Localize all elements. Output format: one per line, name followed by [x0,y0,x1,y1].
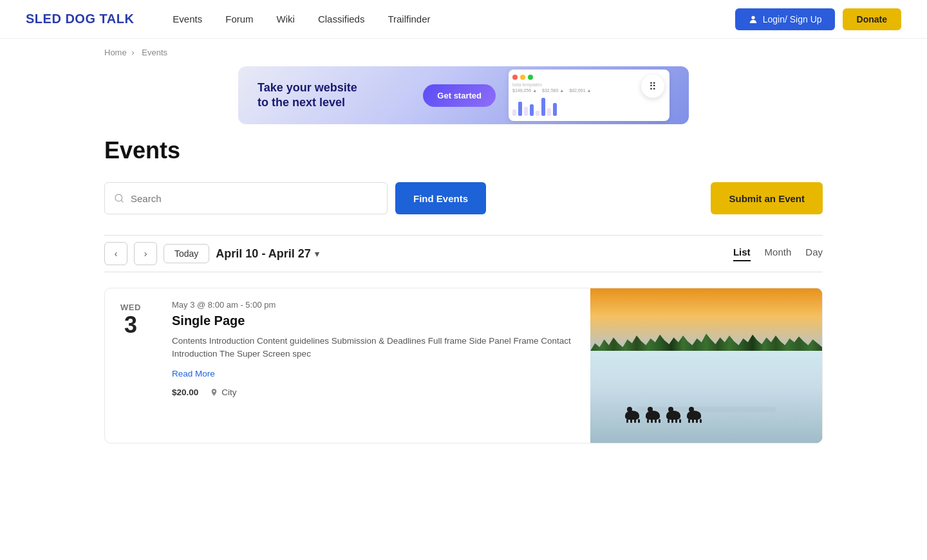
date-range-chevron: ▾ [315,249,319,259]
breadcrumb-current: Events [142,48,167,57]
event-body: May 3 @ 8:00 am - 5:00 pm Single Page Co… [156,288,590,443]
submit-event-button[interactable]: Submit an Event [711,182,823,214]
location-icon [210,388,218,397]
site-logo[interactable]: SLED DOG TALK [26,12,134,26]
calendar-nav: ‹ › Today April 10 - April 27 ▾ List Mon… [104,235,823,272]
donate-button[interactable]: Donate [843,8,901,30]
search-icon [114,193,124,203]
event-image [590,288,822,443]
login-button[interactable]: Login/ Sign Up [735,8,835,30]
tab-month[interactable]: Month [765,247,792,261]
search-row: Find Events Submit an Event [104,182,823,214]
preview-chart [512,97,666,116]
nav-link-trailfinder[interactable]: Trailfinder [388,14,430,24]
user-icon [748,14,758,24]
dog-3 [666,411,680,420]
event-card: WED 3 May 3 @ 8:00 am - 5:00 pm Single P… [104,288,823,443]
banner-cta-button[interactable]: Get started [423,84,496,107]
prev-period-button[interactable]: ‹ [104,242,127,265]
dog-1 [625,411,639,420]
event-price: $20.00 [172,387,198,397]
calendar-view-tabs: List Month Day [733,247,823,261]
read-more-link[interactable]: Read More [172,369,215,378]
page-title: Events [104,137,823,164]
nav-links: Events Forum Wiki Classifieds Trailfinde… [173,14,735,24]
nav-actions: Login/ Sign Up Donate [735,8,901,30]
calendar-nav-left: ‹ › Today April 10 - April 27 ▾ [104,242,319,265]
find-events-button[interactable]: Find Events [395,182,486,214]
promo-banner: Take your website to the next level Get … [238,66,689,124]
navbar: SLED DOG TALK Events Forum Wiki Classifi… [0,0,927,39]
event-city: City [221,387,236,397]
nav-link-events[interactable]: Events [173,14,202,24]
dog-2 [646,411,660,420]
today-button[interactable]: Today [164,244,209,263]
banner-preview-image: beta templates $148,056 ▲$32,580 ▲$82,69… [509,70,670,121]
dog-4 [687,411,701,420]
next-period-button[interactable]: › [134,242,157,265]
events-list: WED 3 May 3 @ 8:00 am - 5:00 pm Single P… [104,288,823,443]
banner-icon: ⠿ [641,75,664,98]
event-description: Contents Introduction Content guidelines… [172,335,575,361]
banner-text: Take your website to the next level [258,80,423,111]
calendar-date-range: April 10 - April 27 ▾ [216,247,319,261]
nav-link-classifieds[interactable]: Classifieds [318,14,365,24]
image-dogs [625,411,701,420]
event-day-number: 3 [124,312,137,338]
event-location: City [210,387,236,397]
breadcrumb: Home › Events [0,39,927,66]
svg-line-2 [121,200,123,202]
event-image-inner [590,288,822,443]
breadcrumb-home[interactable]: Home [104,48,127,57]
nav-link-forum[interactable]: Forum [225,14,253,24]
tab-day[interactable]: Day [805,247,823,261]
event-day-name: WED [120,303,141,312]
tab-list[interactable]: List [733,247,751,261]
search-input-wrap [104,182,388,214]
nav-link-wiki[interactable]: Wiki [277,14,295,24]
main-content: Events Find Events Submit an Event ‹ › T… [0,137,927,443]
breadcrumb-separator: › [131,48,134,57]
event-meta: $20.00 City [172,387,575,397]
event-date-column: WED 3 [105,288,156,443]
banner-text-block: Take your website to the next level [258,80,423,111]
banner-wrapper: Take your website to the next level Get … [0,66,927,124]
image-ground [590,350,822,443]
event-title: Single Page [172,313,575,328]
event-time: May 3 @ 8:00 am - 5:00 pm [172,300,575,310]
search-input[interactable] [131,193,378,204]
svg-point-0 [751,15,754,19]
